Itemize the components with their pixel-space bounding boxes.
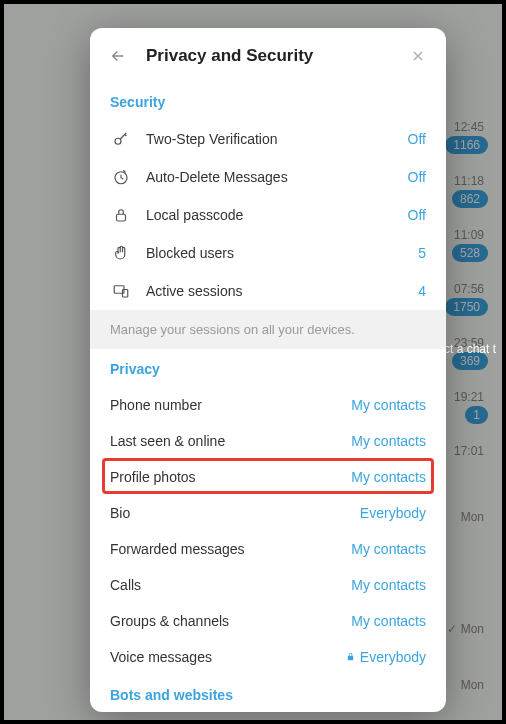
row-value: Everybody bbox=[360, 505, 426, 521]
back-button[interactable] bbox=[108, 46, 128, 66]
close-button[interactable] bbox=[408, 46, 428, 66]
row-label: Forwarded messages bbox=[110, 541, 351, 557]
timer-icon bbox=[110, 168, 132, 186]
phone-number-row[interactable]: Phone number My contacts bbox=[90, 387, 446, 423]
row-label: Phone number bbox=[110, 397, 351, 413]
lock-icon bbox=[110, 206, 132, 224]
voice-messages-row[interactable]: Voice messages Everybody bbox=[90, 639, 446, 675]
active-sessions-row[interactable]: Active sessions 4 bbox=[90, 272, 446, 310]
row-value: My contacts bbox=[351, 469, 426, 485]
devices-icon bbox=[110, 282, 132, 300]
row-value: Off bbox=[408, 169, 426, 185]
row-value: 4 bbox=[418, 283, 426, 299]
svg-rect-5 bbox=[348, 656, 354, 660]
two-step-verification-row[interactable]: Two-Step Verification Off bbox=[90, 120, 446, 158]
modal-header: Privacy and Security bbox=[90, 28, 446, 82]
svg-rect-2 bbox=[117, 214, 126, 221]
forwarded-messages-row[interactable]: Forwarded messages My contacts bbox=[90, 531, 446, 567]
row-label: Auto-Delete Messages bbox=[146, 169, 408, 185]
auto-delete-row[interactable]: Auto-Delete Messages Off bbox=[90, 158, 446, 196]
row-label: Local passcode bbox=[146, 207, 408, 223]
row-value: My contacts bbox=[351, 433, 426, 449]
row-label: Active sessions bbox=[146, 283, 418, 299]
row-value: Everybody bbox=[345, 649, 426, 665]
row-value: Off bbox=[408, 131, 426, 147]
row-label: Last seen & online bbox=[110, 433, 351, 449]
key-icon bbox=[110, 130, 132, 148]
hand-icon bbox=[110, 244, 132, 262]
lock-icon bbox=[345, 651, 356, 662]
row-value: 5 bbox=[418, 245, 426, 261]
row-value: My contacts bbox=[351, 541, 426, 557]
calls-row[interactable]: Calls My contacts bbox=[90, 567, 446, 603]
profile-photos-row[interactable]: Profile photos My contacts bbox=[90, 459, 446, 495]
security-section-header: Security bbox=[90, 82, 446, 120]
last-seen-row[interactable]: Last seen & online My contacts bbox=[90, 423, 446, 459]
privacy-security-modal: Privacy and Security Security Two-Step V… bbox=[90, 28, 446, 712]
groups-channels-row[interactable]: Groups & channels My contacts bbox=[90, 603, 446, 639]
row-label: Blocked users bbox=[146, 245, 418, 261]
privacy-section-header: Privacy bbox=[90, 349, 446, 387]
row-label: Voice messages bbox=[110, 649, 345, 665]
row-label: Bio bbox=[110, 505, 360, 521]
blocked-users-row[interactable]: Blocked users 5 bbox=[90, 234, 446, 272]
modal-title: Privacy and Security bbox=[146, 46, 408, 66]
bots-section-header: Bots and websites bbox=[90, 675, 446, 707]
select-chat-hint: ect a chat t bbox=[437, 342, 496, 356]
close-icon bbox=[410, 48, 426, 64]
row-label: Calls bbox=[110, 577, 351, 593]
row-value: My contacts bbox=[351, 613, 426, 629]
row-label: Two-Step Verification bbox=[146, 131, 408, 147]
bio-row[interactable]: Bio Everybody bbox=[90, 495, 446, 531]
row-value: My contacts bbox=[351, 577, 426, 593]
row-label: Profile photos bbox=[110, 469, 351, 485]
row-value: My contacts bbox=[351, 397, 426, 413]
svg-point-0 bbox=[115, 138, 121, 144]
sessions-note: Manage your sessions on all your devices… bbox=[90, 310, 446, 349]
row-value: Off bbox=[408, 207, 426, 223]
local-passcode-row[interactable]: Local passcode Off bbox=[90, 196, 446, 234]
back-arrow-icon bbox=[109, 47, 127, 65]
row-label: Groups & channels bbox=[110, 613, 351, 629]
